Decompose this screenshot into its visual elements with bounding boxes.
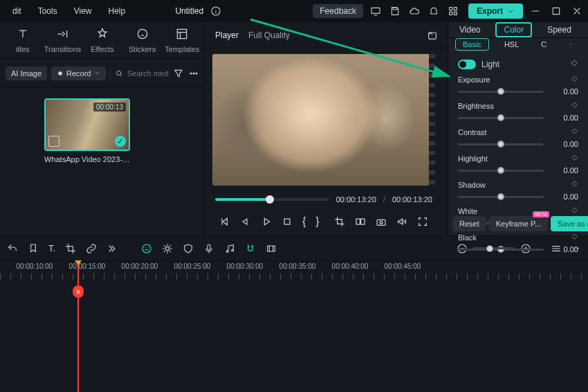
tab-titles[interactable]: itles bbox=[3, 24, 43, 59]
keyframe-icon[interactable] bbox=[571, 75, 578, 84]
tab-effects[interactable]: Effects bbox=[82, 24, 122, 59]
section-light-label: Light bbox=[481, 60, 499, 69]
magnet-icon[interactable] bbox=[245, 243, 256, 254]
adjust-icon[interactable] bbox=[162, 243, 173, 254]
param-shadow: Shadow 0.00 bbox=[458, 180, 578, 201]
keyframe-icon[interactable] bbox=[571, 101, 578, 111]
light-toggle[interactable] bbox=[458, 60, 476, 69]
zoom-slider[interactable] bbox=[473, 247, 515, 249]
playhead[interactable]: ✕ bbox=[77, 261, 79, 392]
tab-transitions[interactable]: Transitions bbox=[43, 24, 83, 59]
svg-rect-6 bbox=[454, 12, 457, 15]
param-label: Highlight bbox=[458, 154, 567, 163]
subtab-curves[interactable]: C bbox=[534, 39, 553, 50]
media-clip[interactable]: 00:00:13✓ bbox=[44, 98, 130, 151]
fullscreen-icon[interactable] bbox=[417, 216, 428, 227]
param-slider[interactable] bbox=[458, 170, 544, 172]
preview-canvas[interactable] bbox=[212, 54, 435, 186]
compare-icon[interactable] bbox=[355, 216, 366, 227]
keyframe-icon[interactable] bbox=[571, 233, 578, 242]
subtab-hsl[interactable]: HSL bbox=[497, 39, 526, 50]
save-preset-button[interactable]: Save as cu... bbox=[551, 216, 588, 231]
param-slider[interactable] bbox=[458, 196, 544, 198]
param-slider[interactable] bbox=[458, 117, 544, 119]
maximize-icon[interactable] bbox=[551, 6, 562, 17]
bell-icon[interactable] bbox=[428, 6, 439, 17]
param-slider[interactable] bbox=[458, 91, 544, 93]
svg-rect-22 bbox=[571, 44, 572, 44]
reset-button[interactable]: Reset bbox=[452, 216, 486, 231]
keyframe-icon[interactable] bbox=[571, 206, 578, 216]
face-icon[interactable] bbox=[141, 243, 152, 254]
quality-dropdown[interactable]: Full Quality bbox=[248, 30, 309, 41]
tab-speed[interactable]: Speed bbox=[543, 22, 576, 37]
minimize-icon[interactable] bbox=[530, 6, 541, 17]
feedback-button[interactable]: Feedback bbox=[313, 4, 363, 18]
grid-icon[interactable] bbox=[448, 6, 459, 17]
save-icon[interactable] bbox=[389, 6, 401, 17]
crop-tool-icon[interactable] bbox=[65, 243, 76, 254]
subtab-basic[interactable]: Basic bbox=[455, 38, 489, 51]
step-back-icon[interactable] bbox=[240, 216, 251, 227]
filter-icon[interactable] bbox=[173, 68, 184, 79]
menu-tools[interactable]: Tools bbox=[31, 3, 64, 19]
compare-view-icon[interactable] bbox=[570, 39, 571, 50]
keyframe-icon[interactable] bbox=[571, 127, 578, 137]
param-label: Exposure bbox=[458, 75, 567, 84]
svg-point-11 bbox=[116, 71, 120, 75]
keyframe-icon[interactable] bbox=[571, 180, 578, 190]
inspector-panel: Video Color Speed Basic HSL C Light Expo… bbox=[448, 22, 588, 235]
marker-icon[interactable] bbox=[28, 243, 39, 254]
tab-stickers[interactable]: Stickers bbox=[122, 24, 163, 59]
text-tool-icon[interactable]: T. bbox=[48, 243, 55, 253]
keyframe-icon[interactable] bbox=[571, 154, 578, 163]
filmstrip-icon bbox=[429, 54, 435, 186]
clip-name: WhatsApp Video 2023-10-05... bbox=[44, 155, 130, 163]
ruler-mark: 00:00:45:00 bbox=[385, 262, 421, 270]
crop-icon[interactable] bbox=[334, 216, 345, 227]
camera-icon[interactable] bbox=[376, 216, 387, 227]
param-label: Contrast bbox=[458, 128, 567, 136]
keyframe-panel-button[interactable]: Keyframe P...BETA bbox=[489, 216, 548, 231]
music-icon[interactable] bbox=[224, 243, 235, 254]
chevron-down-icon bbox=[507, 8, 515, 15]
ruler-mark: 00:00:10:00 bbox=[17, 262, 53, 270]
prev-frame-icon[interactable] bbox=[219, 216, 230, 227]
param-slider[interactable] bbox=[458, 143, 544, 145]
mic-icon[interactable] bbox=[203, 243, 214, 254]
cloud-icon[interactable] bbox=[409, 6, 420, 17]
shield-icon[interactable] bbox=[183, 243, 194, 254]
undo-icon[interactable] bbox=[7, 243, 18, 254]
mark-out-icon[interactable]: } bbox=[315, 215, 319, 228]
tab-color[interactable]: Color bbox=[495, 22, 532, 37]
player-tab[interactable]: Player bbox=[215, 30, 239, 40]
stop-icon[interactable] bbox=[282, 216, 293, 227]
export-button[interactable]: Export bbox=[468, 3, 523, 19]
tab-templates[interactable]: Templates bbox=[162, 24, 202, 59]
progress-bar[interactable] bbox=[215, 198, 329, 201]
tab-video[interactable]: Video bbox=[455, 22, 484, 37]
mark-in-icon[interactable]: { bbox=[302, 215, 306, 228]
play-icon[interactable] bbox=[261, 216, 272, 227]
snapshot-icon[interactable] bbox=[427, 30, 438, 41]
search-input[interactable] bbox=[127, 69, 169, 78]
more-icon[interactable] bbox=[188, 68, 199, 79]
record-button[interactable]: Record bbox=[51, 66, 105, 80]
time-ruler[interactable]: 00:00:10:0000:00:15:0000:00:20:0000:00:2… bbox=[0, 261, 588, 280]
link-icon[interactable] bbox=[86, 243, 97, 254]
ai-image-button[interactable]: AI Image bbox=[6, 66, 47, 80]
keyframe-icon[interactable] bbox=[570, 59, 578, 69]
menu-edit[interactable]: dit bbox=[6, 3, 28, 19]
param-value: 0.00 bbox=[551, 87, 578, 96]
chevron-down-icon[interactable] bbox=[580, 39, 581, 50]
ruler-mark: 00:00:20:00 bbox=[122, 262, 158, 270]
expand-icon[interactable] bbox=[107, 243, 118, 254]
volume-icon[interactable] bbox=[396, 216, 407, 227]
param-brightness: Brightness 0.00 bbox=[458, 101, 578, 122]
close-icon[interactable] bbox=[571, 6, 582, 17]
param-highlight: Highlight 0.00 bbox=[458, 154, 578, 175]
frame-icon[interactable] bbox=[266, 243, 277, 254]
svg-point-10 bbox=[59, 71, 62, 75]
search-media[interactable] bbox=[115, 68, 169, 79]
monitor-icon[interactable] bbox=[370, 6, 381, 17]
